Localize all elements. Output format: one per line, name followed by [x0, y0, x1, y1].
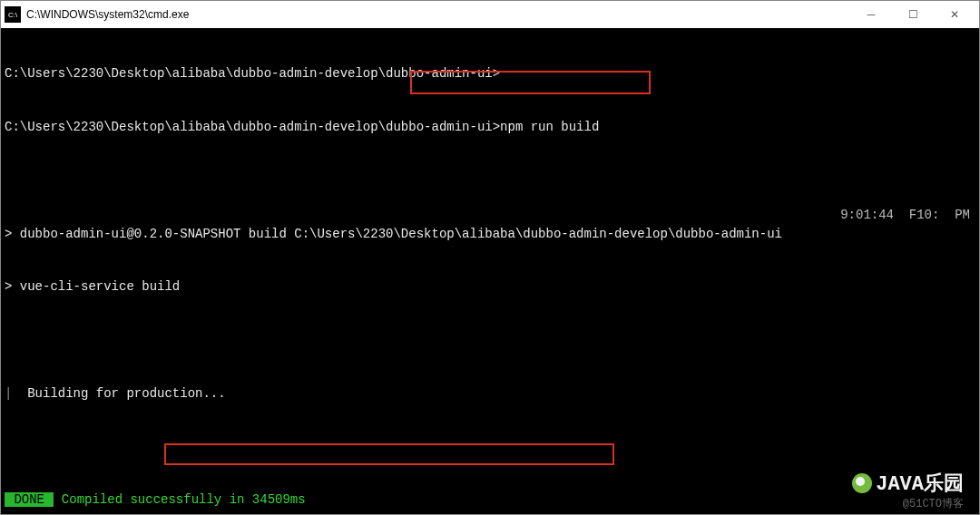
- cmd-window: C:\ C:\WINDOWS\system32\cmd.exe ─ ☐ ✕ C:…: [0, 0, 980, 515]
- timestamp: 9:01:44 F10: PM: [840, 207, 970, 225]
- done-msg: Compiled successfully in 34509ms: [54, 492, 305, 507]
- cmd-icon: C:\: [5, 6, 21, 23]
- titlebar[interactable]: C:\ C:\WINDOWS\system32\cmd.exe ─ ☐ ✕: [1, 1, 979, 28]
- done-badge: DONE: [5, 492, 54, 507]
- titlebar-text: C:\WINDOWS\system32\cmd.exe: [26, 8, 850, 21]
- watermark: JAVA乐园: [852, 470, 964, 497]
- watermark-text: JAVA乐园: [876, 470, 964, 497]
- minimize-button[interactable]: ─: [850, 1, 892, 28]
- build-output: > dubbo-admin-ui@0.2.0-SNAPSHOT build C:…: [5, 226, 975, 244]
- building-msg: Building for production...: [12, 386, 225, 401]
- window-controls: ─ ☐ ✕: [850, 1, 975, 28]
- typed-command: npm run build: [500, 120, 599, 134]
- prompt-line: C:\Users\2230\Desktop\alibaba\dubbo-admi…: [5, 66, 500, 81]
- build-output: > vue-cli-service build: [5, 278, 975, 296]
- watermark-sub: @51CTO博客: [903, 496, 964, 511]
- wechat-icon: [852, 473, 872, 493]
- terminal-body[interactable]: C:\Users\2230\Desktop\alibaba\dubbo-admi…: [1, 28, 979, 514]
- prompt-line: C:\Users\2230\Desktop\alibaba\dubbo-admi…: [5, 120, 500, 134]
- maximize-button[interactable]: ☐: [892, 1, 934, 28]
- close-button[interactable]: ✕: [934, 1, 975, 28]
